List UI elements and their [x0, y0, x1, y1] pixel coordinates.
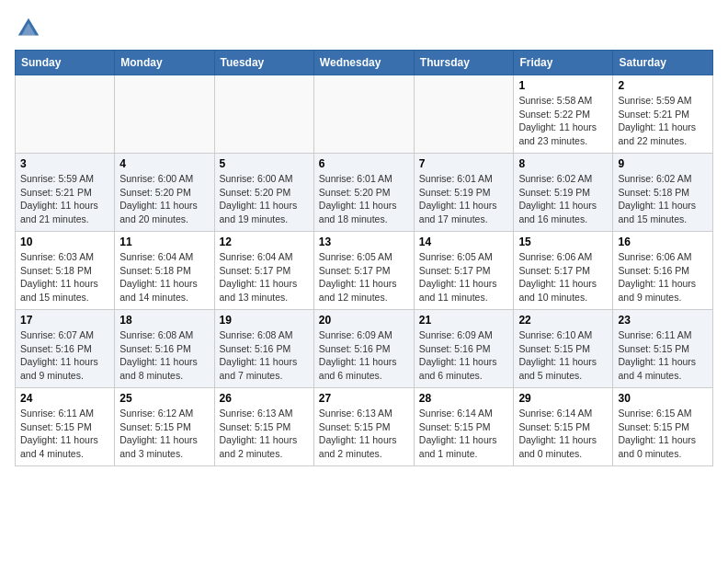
day-cell: 30Sunrise: 6:15 AM Sunset: 5:15 PM Dayli…	[613, 388, 713, 466]
weekday-header-row: SundayMondayTuesdayWednesdayThursdayFrid…	[16, 51, 713, 75]
day-cell: 16Sunrise: 6:06 AM Sunset: 5:16 PM Dayli…	[613, 232, 713, 310]
calendar-table: SundayMondayTuesdayWednesdayThursdayFrid…	[15, 50, 713, 466]
day-cell: 10Sunrise: 6:03 AM Sunset: 5:18 PM Dayli…	[16, 232, 115, 310]
day-info: Sunrise: 6:12 AM Sunset: 5:15 PM Dayligh…	[119, 407, 209, 461]
week-row-3: 10Sunrise: 6:03 AM Sunset: 5:18 PM Dayli…	[16, 232, 713, 310]
day-info: Sunrise: 6:13 AM Sunset: 5:15 PM Dayligh…	[220, 407, 309, 461]
day-number: 7	[419, 157, 509, 170]
weekday-tuesday: Tuesday	[214, 51, 313, 75]
day-cell: 13Sunrise: 6:05 AM Sunset: 5:17 PM Dayli…	[313, 232, 414, 310]
day-number: 27	[319, 392, 409, 405]
calendar-body: 1Sunrise: 5:58 AM Sunset: 5:22 PM Daylig…	[16, 75, 713, 466]
day-number: 4	[119, 157, 209, 170]
logo-icon	[15, 15, 42, 42]
day-cell: 28Sunrise: 6:14 AM Sunset: 5:15 PM Dayli…	[414, 388, 514, 466]
day-number: 2	[618, 79, 708, 92]
day-info: Sunrise: 6:07 AM Sunset: 5:16 PM Dayligh…	[20, 328, 109, 383]
day-number: 9	[618, 157, 708, 170]
day-cell: 23Sunrise: 6:11 AM Sunset: 5:15 PM Dayli…	[613, 310, 713, 388]
day-cell	[16, 75, 115, 154]
day-number: 25	[119, 392, 209, 405]
day-number: 13	[319, 236, 409, 248]
day-info: Sunrise: 6:11 AM Sunset: 5:15 PM Dayligh…	[20, 407, 109, 461]
day-cell: 21Sunrise: 6:09 AM Sunset: 5:16 PM Dayli…	[414, 310, 514, 388]
day-cell: 25Sunrise: 6:12 AM Sunset: 5:15 PM Dayli…	[115, 388, 214, 466]
day-cell: 11Sunrise: 6:04 AM Sunset: 5:18 PM Dayli…	[115, 232, 214, 310]
day-info: Sunrise: 5:59 AM Sunset: 5:21 PM Dayligh…	[618, 94, 708, 148]
day-cell: 12Sunrise: 6:04 AM Sunset: 5:17 PM Dayli…	[214, 232, 313, 310]
day-number: 5	[220, 157, 309, 170]
day-info: Sunrise: 6:08 AM Sunset: 5:16 PM Dayligh…	[220, 328, 309, 383]
day-info: Sunrise: 6:05 AM Sunset: 5:17 PM Dayligh…	[319, 250, 409, 304]
day-number: 23	[618, 314, 708, 327]
weekday-monday: Monday	[115, 51, 214, 75]
day-cell: 22Sunrise: 6:10 AM Sunset: 5:15 PM Dayli…	[514, 310, 613, 388]
day-info: Sunrise: 6:05 AM Sunset: 5:17 PM Dayligh…	[419, 250, 509, 304]
day-info: Sunrise: 6:10 AM Sunset: 5:15 PM Dayligh…	[518, 328, 608, 383]
day-number: 26	[220, 392, 309, 405]
day-cell: 27Sunrise: 6:13 AM Sunset: 5:15 PM Dayli…	[313, 388, 414, 466]
weekday-thursday: Thursday	[414, 51, 514, 75]
day-cell: 29Sunrise: 6:14 AM Sunset: 5:15 PM Dayli…	[514, 388, 613, 466]
day-info: Sunrise: 6:14 AM Sunset: 5:15 PM Dayligh…	[419, 407, 509, 461]
day-number: 11	[119, 236, 209, 248]
day-number: 6	[319, 157, 409, 170]
day-number: 29	[518, 392, 608, 405]
day-cell	[414, 75, 514, 154]
page-header	[15, 15, 713, 42]
day-info: Sunrise: 6:08 AM Sunset: 5:16 PM Dayligh…	[119, 328, 209, 383]
day-cell: 15Sunrise: 6:06 AM Sunset: 5:17 PM Dayli…	[514, 232, 613, 310]
day-info: Sunrise: 6:00 AM Sunset: 5:20 PM Dayligh…	[220, 172, 309, 226]
day-info: Sunrise: 6:14 AM Sunset: 5:15 PM Dayligh…	[518, 407, 608, 461]
day-cell: 20Sunrise: 6:09 AM Sunset: 5:16 PM Dayli…	[313, 310, 414, 388]
day-number: 10	[20, 236, 109, 248]
day-info: Sunrise: 6:04 AM Sunset: 5:18 PM Dayligh…	[119, 250, 209, 304]
day-cell: 26Sunrise: 6:13 AM Sunset: 5:15 PM Dayli…	[214, 388, 313, 466]
day-cell: 14Sunrise: 6:05 AM Sunset: 5:17 PM Dayli…	[414, 232, 514, 310]
day-info: Sunrise: 6:00 AM Sunset: 5:20 PM Dayligh…	[119, 172, 209, 226]
week-row-2: 3Sunrise: 5:59 AM Sunset: 5:21 PM Daylig…	[16, 154, 713, 232]
day-number: 3	[20, 157, 109, 170]
day-info: Sunrise: 5:58 AM Sunset: 5:22 PM Dayligh…	[518, 94, 608, 148]
day-cell: 8Sunrise: 6:02 AM Sunset: 5:19 PM Daylig…	[514, 154, 613, 232]
day-info: Sunrise: 6:04 AM Sunset: 5:17 PM Dayligh…	[220, 250, 309, 304]
day-number: 16	[618, 236, 708, 248]
logo	[15, 15, 46, 42]
day-cell	[214, 75, 313, 154]
day-info: Sunrise: 6:01 AM Sunset: 5:20 PM Dayligh…	[319, 172, 409, 226]
weekday-sunday: Sunday	[16, 51, 115, 75]
day-info: Sunrise: 6:09 AM Sunset: 5:16 PM Dayligh…	[319, 328, 409, 383]
day-info: Sunrise: 6:13 AM Sunset: 5:15 PM Dayligh…	[319, 407, 409, 461]
day-cell: 6Sunrise: 6:01 AM Sunset: 5:20 PM Daylig…	[313, 154, 414, 232]
day-info: Sunrise: 6:15 AM Sunset: 5:15 PM Dayligh…	[618, 407, 708, 461]
day-cell: 5Sunrise: 6:00 AM Sunset: 5:20 PM Daylig…	[214, 154, 313, 232]
day-info: Sunrise: 6:01 AM Sunset: 5:19 PM Dayligh…	[419, 172, 509, 226]
day-number: 17	[20, 314, 109, 327]
day-number: 28	[419, 392, 509, 405]
day-number: 12	[220, 236, 309, 248]
day-info: Sunrise: 6:02 AM Sunset: 5:18 PM Dayligh…	[618, 172, 708, 226]
day-number: 14	[419, 236, 509, 248]
day-number: 22	[518, 314, 608, 327]
day-number: 30	[618, 392, 708, 405]
day-info: Sunrise: 6:03 AM Sunset: 5:18 PM Dayligh…	[20, 250, 109, 304]
week-row-1: 1Sunrise: 5:58 AM Sunset: 5:22 PM Daylig…	[16, 75, 713, 154]
day-info: Sunrise: 6:11 AM Sunset: 5:15 PM Dayligh…	[618, 328, 708, 383]
day-number: 18	[119, 314, 209, 327]
day-cell: 17Sunrise: 6:07 AM Sunset: 5:16 PM Dayli…	[16, 310, 115, 388]
day-number: 1	[518, 79, 608, 92]
weekday-saturday: Saturday	[613, 51, 713, 75]
day-info: Sunrise: 6:06 AM Sunset: 5:17 PM Dayligh…	[518, 250, 608, 304]
weekday-wednesday: Wednesday	[313, 51, 414, 75]
day-info: Sunrise: 5:59 AM Sunset: 5:21 PM Dayligh…	[20, 172, 109, 226]
day-cell: 4Sunrise: 6:00 AM Sunset: 5:20 PM Daylig…	[115, 154, 214, 232]
day-cell: 9Sunrise: 6:02 AM Sunset: 5:18 PM Daylig…	[613, 154, 713, 232]
week-row-5: 24Sunrise: 6:11 AM Sunset: 5:15 PM Dayli…	[16, 388, 713, 466]
day-number: 21	[419, 314, 509, 327]
day-info: Sunrise: 6:09 AM Sunset: 5:16 PM Dayligh…	[419, 328, 509, 383]
day-number: 8	[518, 157, 608, 170]
day-cell: 1Sunrise: 5:58 AM Sunset: 5:22 PM Daylig…	[514, 75, 613, 154]
day-cell	[115, 75, 214, 154]
day-number: 24	[20, 392, 109, 405]
day-info: Sunrise: 6:06 AM Sunset: 5:16 PM Dayligh…	[618, 250, 708, 304]
